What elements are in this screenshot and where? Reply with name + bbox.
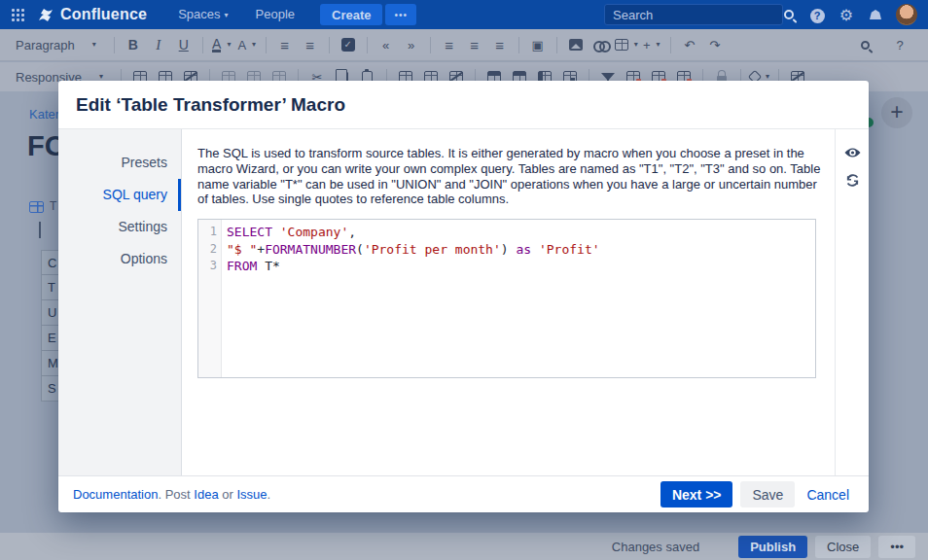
align-center-icon[interactable]: ≡: [462, 33, 487, 56]
undo-icon[interactable]: ↶: [677, 33, 702, 56]
macro-label: T: [50, 199, 56, 213]
nav-spaces[interactable]: Spaces▾: [164, 0, 241, 29]
top-navbar: Confluence Spaces▾ People Create ••• ? ⚙: [0, 0, 928, 29]
chevron-down-icon: ▾: [225, 11, 229, 19]
text-color-icon[interactable]: A▾: [209, 33, 234, 56]
preview-eye-icon[interactable]: [844, 147, 861, 158]
dialog-header: Edit ‘Table Transformer’ Macro: [58, 81, 869, 129]
cancel-button[interactable]: Cancel: [803, 487, 853, 503]
more-formatting-icon[interactable]: A▾: [234, 33, 260, 56]
editor-more-button[interactable]: •••: [878, 536, 915, 558]
chevron-down-icon: ▾: [766, 72, 769, 81]
chevron-down-icon: ▾: [227, 40, 231, 49]
insert-more-icon[interactable]: +▾: [639, 33, 664, 56]
idea-link[interactable]: Idea: [194, 487, 218, 502]
underline-icon[interactable]: U: [171, 33, 196, 56]
tab-settings[interactable]: Settings: [58, 211, 181, 243]
tab-presets[interactable]: Presets: [58, 147, 181, 179]
dialog-title: Edit ‘Table Transformer’ Macro: [76, 94, 345, 116]
confluence-logo[interactable]: Confluence: [38, 6, 147, 23]
redo-icon[interactable]: ↷: [702, 33, 728, 56]
global-search[interactable]: [604, 4, 783, 25]
save-status: Changes saved: [612, 540, 699, 554]
tab-sql-query[interactable]: SQL query: [58, 179, 181, 211]
close-button[interactable]: Close: [815, 536, 871, 558]
editor-bottom-bar: Changes saved Publish Close •••: [0, 533, 928, 560]
chevron-down-icon: ▾: [634, 40, 638, 49]
notifications-bell-icon[interactable]: [861, 7, 890, 22]
nav-people[interactable]: People: [242, 0, 308, 29]
page-layout-icon[interactable]: ▣: [525, 33, 551, 56]
dialog-tabs: PresetsSQL querySettingsOptions: [58, 129, 182, 475]
app-switcher-icon[interactable]: [11, 8, 24, 21]
sql-code[interactable]: SELECT 'Company',"$ "+FORMATNUMBER('Prof…: [222, 220, 600, 377]
editor-toolbar-row1: Paragraph▾ BIUA▾A▾≡≡✓«»≡≡≡▣▾+▾↶↷ ?: [0, 29, 928, 61]
table-transformer-macro-icon: [29, 201, 44, 213]
search-input[interactable]: [613, 8, 784, 22]
breadcrumb[interactable]: Kater: [29, 107, 59, 122]
help-icon[interactable]: ?: [803, 7, 832, 23]
settings-gear-icon[interactable]: ⚙: [832, 6, 861, 24]
task-list-icon[interactable]: ✓: [336, 33, 361, 56]
save-button[interactable]: Save: [740, 481, 795, 508]
code-line-1: SELECT 'Company',: [227, 224, 600, 241]
chevron-down-icon: ▾: [92, 40, 96, 49]
publish-button[interactable]: Publish: [738, 536, 807, 558]
line-numbers: 123: [198, 220, 222, 377]
refresh-icon[interactable]: [845, 173, 860, 188]
add-content-button[interactable]: +: [881, 97, 912, 128]
product-name: Confluence: [60, 6, 147, 23]
next-button[interactable]: Next >>: [660, 481, 733, 508]
confluence-logo-icon: [38, 8, 54, 22]
numbered-list-icon[interactable]: ≡: [298, 33, 323, 56]
search-icon: [784, 10, 794, 19]
insert-image-icon[interactable]: [563, 33, 589, 56]
insert-link-icon[interactable]: [589, 33, 614, 56]
italic-icon[interactable]: I: [146, 33, 171, 56]
align-left-icon[interactable]: ≡: [437, 33, 462, 56]
bullet-list-icon[interactable]: ≡: [272, 33, 298, 56]
chevron-down-icon: ▾: [99, 72, 103, 81]
dialog-footer: Documentation. Post Idea or Issue. Next …: [58, 475, 869, 512]
find-icon[interactable]: [852, 33, 877, 56]
code-line-2: "$ "+FORMATNUMBER('Profit per month') as…: [227, 241, 600, 259]
nav-more-button[interactable]: •••: [385, 4, 416, 25]
documentation-links: Documentation. Post Idea or Issue.: [73, 487, 270, 502]
chevron-down-icon: ▾: [657, 40, 660, 49]
sql-description: The SQL is used to transform source tabl…: [197, 146, 825, 207]
sql-code-editor[interactable]: 123 SELECT 'Company',"$ "+FORMATNUMBER('…: [197, 219, 816, 378]
text-cursor: [39, 222, 41, 238]
indent-icon[interactable]: »: [399, 33, 424, 56]
dialog-side-rail: [835, 129, 869, 475]
code-line-3: FROM T*: [227, 258, 600, 275]
sql-query-panel: The SQL is used to transform source tabl…: [182, 129, 835, 475]
documentation-link[interactable]: Documentation: [73, 487, 158, 502]
user-avatar[interactable]: [896, 4, 917, 25]
insert-table-icon[interactable]: ▾: [614, 33, 639, 56]
create-button[interactable]: Create: [320, 4, 382, 25]
chevron-down-icon: ▾: [252, 40, 256, 49]
paragraph-style-dropdown[interactable]: Paragraph▾: [0, 38, 108, 52]
edit-macro-dialog: Edit ‘Table Transformer’ Macro PresetsSQ…: [58, 81, 869, 512]
tab-options[interactable]: Options: [58, 243, 181, 275]
issue-link[interactable]: Issue: [236, 487, 267, 502]
bold-icon[interactable]: B: [121, 33, 146, 56]
align-right-icon[interactable]: ≡: [487, 33, 513, 56]
outdent-icon[interactable]: «: [374, 33, 399, 56]
editor-help-icon[interactable]: ?: [887, 33, 912, 56]
